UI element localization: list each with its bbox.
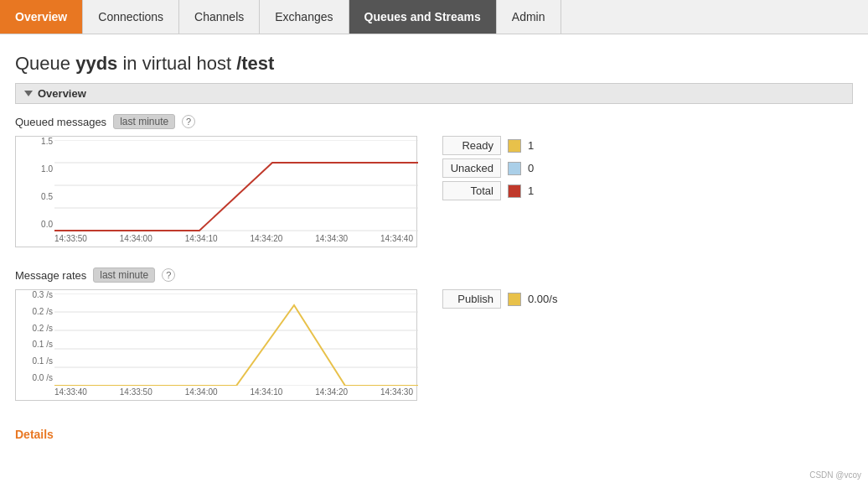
rate-y-label-2: 0.2 /s [16, 324, 53, 333]
stat-unacked-label: Unacked [442, 158, 501, 178]
nav-tab-overview[interactable]: Overview [0, 0, 83, 34]
y-label-10: 1.0 [16, 164, 53, 174]
rate-x-label-2: 14:34:00 [185, 387, 218, 397]
message-rates-svg [54, 293, 418, 386]
rates-line [54, 305, 418, 386]
stat-total: Total 1 [442, 181, 610, 200]
queued-messages-svg [54, 140, 418, 232]
title-middle: in virtual host [117, 53, 236, 74]
stat-total-value: 1 [528, 184, 534, 197]
rates-stats: Publish 0.00/s [442, 289, 610, 309]
nav-tab-admin[interactable]: Admin [497, 0, 561, 34]
message-rates-title: Message rates [15, 269, 86, 282]
stat-unacked-value: 0 [528, 162, 534, 174]
stat-total-color [508, 184, 521, 198]
nav-tab-queues[interactable]: Queues and Streams [349, 0, 497, 34]
rate-y-label-1: 0.2 /s [16, 307, 53, 316]
x-label-3: 14:34:20 [250, 234, 282, 243]
message-rates-row: 0.3 /s 0.2 /s 0.2 /s 0.1 /s 0.1 /s 0.0 /… [15, 289, 853, 401]
queued-messages-help[interactable]: ? [182, 115, 195, 128]
page-content: Queue yyds in virtual host /test Overvie… [0, 34, 868, 449]
stat-unacked: Unacked 0 [442, 158, 610, 178]
x-label-4: 14:34:30 [315, 234, 348, 243]
x-label-2: 14:34:10 [185, 234, 218, 243]
nav-tab-channels[interactable]: Channels [179, 0, 260, 34]
stat-publish-label: Publish [442, 289, 501, 309]
y-label-00: 0.0 [16, 220, 53, 229]
y-label-15: 1.5 [16, 137, 53, 146]
rate-y-label-3: 0.1 /s [16, 340, 53, 349]
rate-x-label-0: 14:33:40 [54, 387, 87, 397]
message-rates-chart: 0.3 /s 0.2 /s 0.2 /s 0.1 /s 0.1 /s 0.0 /… [15, 289, 417, 401]
stat-ready-color [508, 139, 521, 153]
collapse-icon [24, 91, 33, 96]
queued-line [54, 163, 418, 231]
x-label-1: 14:34:00 [120, 234, 152, 243]
rate-y-label-5: 0.0 /s [16, 373, 53, 382]
stat-publish: Publish 0.00/s [442, 289, 610, 309]
queued-messages-badge[interactable]: last minute [113, 114, 175, 129]
message-rates-help[interactable]: ? [162, 268, 175, 282]
rate-x-label-1: 14:33:50 [120, 387, 152, 397]
x-label-0: 14:33:50 [54, 234, 87, 243]
stat-unacked-color [508, 162, 521, 175]
page-title: Queue yyds in virtual host /test [15, 53, 853, 75]
nav-tab-connections[interactable]: Connections [83, 0, 179, 34]
message-rates-badge[interactable]: last minute [93, 267, 155, 283]
queue-name: yyds [75, 53, 117, 74]
rate-x-label-3: 14:34:10 [250, 387, 282, 397]
queued-messages-row: 1.5 1.0 0.5 0.0 14:33:50 14:34:00 14:34:… [15, 136, 853, 247]
section-overview-header[interactable]: Overview [15, 83, 853, 104]
queued-messages-title: Queued messages [15, 116, 106, 128]
rate-x-label-5: 14:34:30 [380, 387, 413, 397]
rate-y-label-4: 0.1 /s [16, 356, 53, 366]
rate-y-label-0: 0.3 /s [16, 290, 53, 299]
stat-ready-label: Ready [442, 136, 501, 155]
stat-publish-color [508, 293, 521, 306]
y-label-05: 0.5 [16, 192, 53, 201]
queued-messages-header: Queued messages last minute ? [15, 114, 853, 129]
title-prefix: Queue [15, 53, 75, 74]
queued-messages-chart: 1.5 1.0 0.5 0.0 14:33:50 14:34:00 14:34:… [15, 136, 417, 247]
section-overview-label: Overview [38, 87, 86, 100]
stat-total-label: Total [442, 181, 501, 200]
rates-x-axis: 14:33:40 14:33:50 14:34:00 14:34:10 14:3… [16, 386, 416, 400]
stat-ready-value: 1 [528, 139, 534, 152]
nav-bar: Overview Connections Channels Exchanges … [0, 0, 868, 34]
x-label-5: 14:34:40 [380, 234, 413, 243]
rate-x-label-4: 14:34:20 [315, 387, 348, 397]
vhost-name: /test [236, 53, 274, 74]
queued-x-axis: 14:33:50 14:34:00 14:34:10 14:34:20 14:3… [16, 232, 416, 247]
message-rates-header: Message rates last minute ? [15, 267, 853, 283]
queued-stats: Ready 1 Unacked 0 Total 1 [442, 136, 610, 200]
nav-tab-exchanges[interactable]: Exchanges [260, 0, 349, 34]
stat-publish-value: 0.00/s [528, 293, 557, 305]
stat-ready: Ready 1 [442, 136, 610, 155]
details-link[interactable]: Details [15, 428, 54, 441]
